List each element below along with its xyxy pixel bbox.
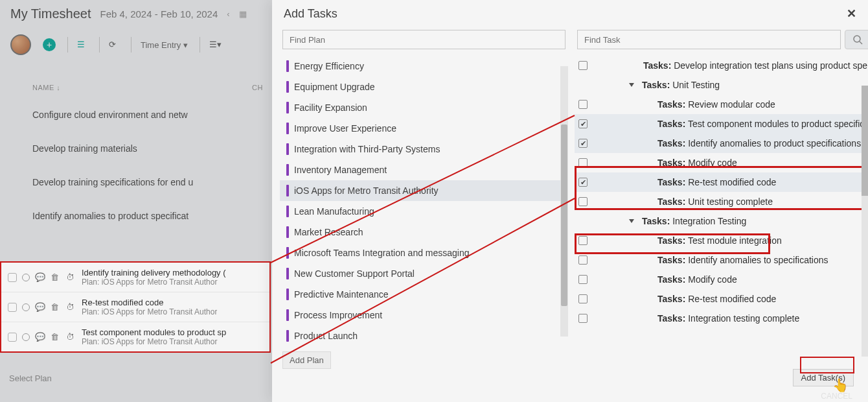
avatar[interactable] <box>10 34 31 55</box>
task-checkbox[interactable] <box>578 294 588 303</box>
plan-item[interactable]: Improve User Experience <box>280 118 568 139</box>
column-header-name[interactable]: NAME ↓ <box>32 84 252 91</box>
task-row[interactable]: Tasks: Identify anomalies to product spe… <box>575 134 868 153</box>
task-row[interactable]: Tasks: Develop integration test plans us… <box>575 56 868 75</box>
task-checkbox[interactable] <box>578 197 588 206</box>
plan-item[interactable]: Energy Efficiency <box>280 56 568 77</box>
plan-item[interactable]: Product Launch <box>280 325 568 346</box>
caret-down-icon[interactable] <box>629 83 634 87</box>
date-range: Feb 4, 2024 - Feb 10, 2024 <box>100 8 218 19</box>
plan-item[interactable]: Lean Manufacturing <box>280 201 568 222</box>
task-row[interactable]: Tasks: Modify code <box>575 153 868 172</box>
delete-icon[interactable]: 🗑 <box>51 272 61 283</box>
plan-item[interactable]: Microsoft Teams Integration and messagin… <box>280 242 568 263</box>
plan-item[interactable]: iOS Apps for Metro Transit Authority <box>280 180 568 201</box>
task-checkbox[interactable] <box>578 100 588 109</box>
row-checkbox[interactable] <box>8 273 17 282</box>
task-label: Tasks: Test component modules to product… <box>657 119 868 129</box>
task-checkbox[interactable] <box>578 61 588 70</box>
calendar-icon[interactable]: ▦ <box>239 9 247 19</box>
add-button[interactable]: + <box>43 38 56 51</box>
timer-icon[interactable]: ⏱ <box>66 332 76 342</box>
status-icon[interactable] <box>22 274 30 281</box>
find-plan-input[interactable] <box>282 30 565 49</box>
task-row[interactable]: Tasks: Unit testing complete <box>575 192 868 211</box>
task-row[interactable]: Tasks: Integration testing complete <box>575 309 868 328</box>
inserted-task-row[interactable]: 💬 🗑 ⏱ Re-test modified code Plan: iOS Ap… <box>1 292 269 322</box>
plan-item[interactable]: Predictive Maintenance <box>280 284 568 305</box>
task-row[interactable]: Tasks: Re-test modified code <box>575 172 868 192</box>
plan-label: Predictive Maintenance <box>294 289 389 300</box>
timesheet-row[interactable]: Identify anomalies to product specificat <box>9 199 263 233</box>
timesheet-rows: Configure cloud environment and netw Dev… <box>0 98 272 233</box>
timesheet-row[interactable]: Configure cloud environment and netw <box>9 98 263 132</box>
row-checkbox[interactable] <box>8 333 17 342</box>
plan-color-bar <box>286 289 289 300</box>
row-checkbox[interactable] <box>8 303 17 312</box>
filter-icon[interactable]: ☰▾ <box>209 40 220 50</box>
comment-icon[interactable]: 💬 <box>35 272 45 283</box>
comment-icon[interactable]: 💬 <box>35 332 45 342</box>
task-title: Test component modules to product sp <box>82 327 226 337</box>
task-row[interactable]: Tasks: Review modular code <box>575 95 868 114</box>
task-row[interactable]: Tasks: Test module integration <box>575 231 868 250</box>
task-row[interactable]: Tasks: Modify code <box>575 270 868 289</box>
delete-icon[interactable]: 🗑 <box>51 332 61 342</box>
plan-color-bar <box>286 81 289 93</box>
task-checkbox[interactable] <box>578 314 588 323</box>
plan-item[interactable]: New Customer Support Portal <box>280 263 568 284</box>
task-checkbox[interactable] <box>578 139 588 148</box>
time-entry-dropdown[interactable]: Time Entry ▾ <box>141 40 188 50</box>
plans-list[interactable]: Energy EfficiencyEquipment UpgradeFacili… <box>280 56 568 346</box>
close-icon[interactable]: ✕ <box>847 6 856 21</box>
column-header-ch[interactable]: CH <box>252 84 263 91</box>
plan-item[interactable]: Integration with Third-Party Systems <box>280 139 568 160</box>
task-label: Tasks: Integration Testing <box>642 216 746 226</box>
task-checkbox[interactable] <box>578 158 588 167</box>
task-row[interactable]: Tasks: Unit Testing <box>575 75 868 95</box>
timer-icon[interactable]: ⏱ <box>66 272 76 283</box>
task-row[interactable]: Tasks: Test component modules to product… <box>575 114 868 134</box>
plan-item[interactable]: Facility Expansion <box>280 97 568 118</box>
delete-icon[interactable]: 🗑 <box>51 302 61 313</box>
plan-item[interactable]: Equipment Upgrade <box>280 77 568 97</box>
plan-item[interactable]: Process Improvement <box>280 305 568 325</box>
plan-item[interactable]: Inventory Management <box>280 160 568 180</box>
list-view-icon[interactable]: ☰ <box>77 40 87 50</box>
task-row[interactable]: Tasks: Identify anomalies to specificati… <box>575 250 868 270</box>
timesheet-row[interactable]: Develop training specifications for end … <box>9 165 263 199</box>
plan-label: Lean Manufacturing <box>294 206 374 217</box>
status-icon[interactable] <box>22 303 30 311</box>
inserted-task-row[interactable]: 💬 🗑 ⏱ Identify training delivery methodo… <box>1 263 269 292</box>
task-row[interactable]: Tasks: Integration Testing <box>575 211 868 231</box>
task-plan: Plan: iOS Apps for Metro Transit Author <box>82 337 226 346</box>
scrollbar[interactable] <box>560 66 568 337</box>
task-checkbox[interactable] <box>578 236 588 245</box>
modal-title: Add Tasks <box>284 7 337 21</box>
timer-icon[interactable]: ⏱ <box>66 302 76 313</box>
find-task-input[interactable] <box>577 30 841 49</box>
plan-color-bar <box>286 123 289 134</box>
task-checkbox[interactable] <box>578 178 588 187</box>
task-checkbox[interactable] <box>578 275 588 284</box>
inserted-task-row[interactable]: 💬 🗑 ⏱ Test component modules to product … <box>1 322 269 351</box>
select-plan-label[interactable]: Select Plan <box>9 373 52 383</box>
timesheet-row[interactable]: Develop training materials <box>9 132 263 165</box>
task-row[interactable]: Tasks: Re-test modified code <box>575 289 868 309</box>
cancel-button[interactable]: CANCEL <box>821 392 852 401</box>
refresh-icon[interactable]: ⟳ <box>109 40 119 50</box>
status-icon[interactable] <box>22 333 30 341</box>
task-checkbox[interactable] <box>578 119 588 128</box>
plan-item[interactable]: Market Research <box>280 222 568 242</box>
comment-icon[interactable]: 💬 <box>35 302 45 313</box>
add-plan-button[interactable]: Add Plan <box>282 351 331 369</box>
tasks-list[interactable]: Tasks: Develop integration test plans us… <box>575 56 868 369</box>
caret-down-icon[interactable] <box>629 219 634 223</box>
task-title: Re-test modified code <box>82 298 217 307</box>
plan-label: Product Launch <box>294 331 358 341</box>
scrollbar-thumb[interactable] <box>862 86 868 196</box>
task-checkbox[interactable] <box>578 255 588 265</box>
search-button[interactable] <box>845 30 868 49</box>
chevron-left-icon[interactable]: ‹ <box>227 9 229 19</box>
task-label: Tasks: Identify anomalies to product spe… <box>657 138 861 148</box>
